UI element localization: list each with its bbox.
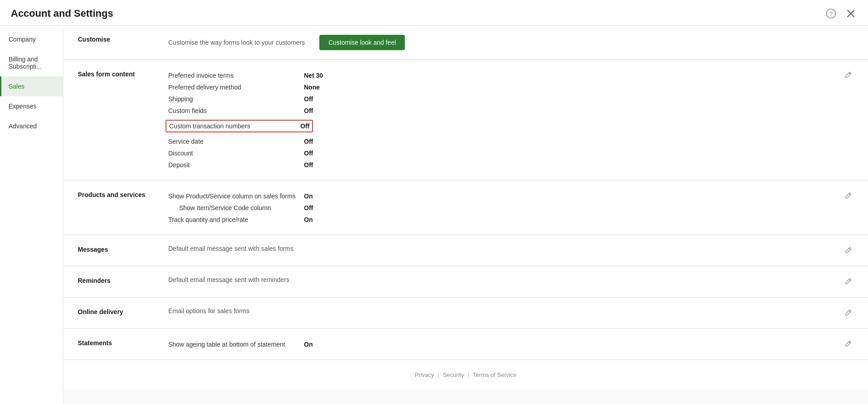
help-icon: ? — [826, 9, 836, 19]
content-area: Customise Customise the way forms look t… — [63, 26, 868, 404]
setting-name-service-date: Service date — [168, 138, 304, 145]
setting-row-deposit: Deposit Off — [168, 159, 835, 171]
section-reminders: Reminders Default email message sent wit… — [63, 267, 868, 297]
terms-link[interactable]: Terms of Service — [473, 371, 517, 378]
setting-row-invoice-terms: Preferred invoice terms Net 30 — [168, 70, 835, 81]
setting-value-invoice-terms: Net 30 — [304, 72, 323, 79]
online-delivery-desc: Email options for sales forms — [168, 306, 250, 315]
sales-form-edit-button[interactable] — [843, 70, 854, 81]
header-icons: ? — [825, 7, 857, 20]
setting-name-statements: Show ageing table at bottom of statement — [168, 341, 304, 348]
app-container: Account and Settings ? Company — [0, 0, 868, 404]
customise-content: Customise the way forms look to your cus… — [168, 35, 854, 50]
security-link[interactable]: Security — [443, 371, 464, 378]
products-services-settings: Show Product/Service column on sales for… — [168, 190, 835, 225]
setting-name-track-quantity: Track quantity and price/rate — [168, 216, 304, 223]
messages-desc: Default email message sent with sales fo… — [168, 244, 294, 252]
setting-row-track-quantity: Track quantity and price/rate On — [168, 214, 835, 225]
section-products-services: Products and services Show Product/Servi… — [63, 181, 868, 235]
sidebar-item-sales[interactable]: Sales — [0, 76, 63, 96]
close-icon — [847, 9, 855, 18]
setting-value-deposit: Off — [304, 161, 313, 169]
setting-row-shipping: Shipping Off — [168, 93, 835, 105]
sales-form-settings: Preferred invoice terms Net 30 Preferred… — [168, 70, 835, 171]
setting-name-invoice-terms: Preferred invoice terms — [168, 72, 304, 79]
setting-value-custom-fields: Off — [304, 107, 313, 114]
customise-label: Customise — [78, 35, 168, 43]
pencil-icon-3 — [844, 247, 852, 254]
online-delivery-edit-button[interactable] — [843, 308, 854, 319]
statements-content: Show ageing table at bottom of statement… — [168, 338, 835, 350]
messages-edit — [843, 245, 854, 257]
setting-value-transaction-numbers: Off — [300, 122, 309, 130]
reminders-desc: Default email message sent with reminder… — [168, 275, 289, 283]
customise-desc: Customise the way forms look to your cus… — [168, 39, 305, 46]
help-button[interactable]: ? — [825, 7, 837, 20]
messages-label: Messages — [78, 245, 168, 253]
setting-row-service-date: Service date Off — [168, 136, 835, 147]
pencil-icon — [844, 71, 852, 79]
reminders-content: Default email message sent with reminder… — [168, 276, 835, 283]
footer: Privacy | Security | Terms of Service — [63, 361, 868, 389]
products-services-edit-button[interactable] — [843, 191, 854, 202]
main-layout: Company Billing and Subscripti... Sales … — [0, 26, 868, 404]
products-services-edit — [843, 190, 854, 202]
setting-row-custom-fields: Custom fields Off — [168, 105, 835, 117]
setting-row-delivery-method: Preferred delivery method None — [168, 81, 835, 93]
online-delivery-edit — [843, 307, 854, 319]
setting-name-deposit: Deposit — [168, 161, 304, 169]
pencil-icon-5 — [844, 309, 852, 316]
sidebar-item-expenses[interactable]: Expenses — [0, 96, 63, 116]
pencil-icon-6 — [844, 340, 852, 348]
pencil-icon-4 — [844, 278, 852, 285]
setting-name-show-item-code: Show Item/Service Code column — [168, 204, 304, 211]
online-delivery-content: Email options for sales forms — [168, 307, 835, 315]
setting-value-statements: On — [304, 341, 313, 348]
sidebar-item-company[interactable]: Company — [0, 29, 63, 49]
setting-row-custom-transaction-numbers: Custom transaction numbers Off — [168, 117, 835, 136]
setting-name-delivery-method: Preferred delivery method — [168, 84, 304, 91]
products-services-label: Products and services — [78, 190, 168, 198]
section-customise: Customise Customise the way forms look t… — [63, 26, 868, 60]
sidebar: Company Billing and Subscripti... Sales … — [0, 26, 63, 404]
reminders-edit-button[interactable] — [843, 277, 854, 288]
setting-name-transaction-numbers: Custom transaction numbers — [169, 122, 300, 130]
statements-edit — [843, 338, 854, 350]
setting-name-discount: Discount — [168, 150, 304, 157]
setting-value-delivery-method: None — [304, 84, 320, 91]
reminders-edit — [843, 276, 854, 288]
setting-value-show-product-col: On — [304, 193, 313, 200]
setting-value-track-quantity: On — [304, 216, 313, 223]
sales-form-edit — [843, 70, 854, 81]
setting-row-show-product-col: Show Product/Service column on sales for… — [168, 190, 835, 202]
setting-value-discount: Off — [304, 150, 313, 157]
setting-name-custom-fields: Custom fields — [168, 107, 304, 114]
privacy-link[interactable]: Privacy — [415, 371, 434, 378]
setting-value-shipping: Off — [304, 95, 313, 103]
customise-look-feel-button[interactable]: Customise look and feel — [319, 35, 405, 50]
statements-label: Statements — [78, 338, 168, 347]
section-statements: Statements Show ageing table at bottom o… — [63, 329, 868, 360]
customise-row: Customise the way forms look to your cus… — [168, 35, 854, 50]
setting-value-show-item-code: Off — [304, 204, 313, 211]
setting-row-discount: Discount Off — [168, 147, 835, 159]
svg-text:?: ? — [829, 10, 832, 17]
messages-content: Default email message sent with sales fo… — [168, 245, 835, 252]
messages-edit-button[interactable] — [843, 246, 854, 257]
pencil-icon-2 — [844, 192, 852, 199]
statements-edit-button[interactable] — [843, 339, 854, 350]
setting-row-show-item-code: Show Item/Service Code column Off — [168, 202, 835, 214]
sales-form-content-label: Sales form content — [78, 70, 168, 78]
online-delivery-label: Online delivery — [78, 307, 168, 315]
section-messages: Messages Default email message sent with… — [63, 236, 868, 266]
close-button[interactable] — [844, 7, 857, 20]
setting-value-service-date: Off — [304, 138, 313, 145]
header: Account and Settings ? — [0, 0, 868, 26]
section-sales-form-content: Sales form content Preferred invoice ter… — [63, 61, 868, 180]
sidebar-item-billing[interactable]: Billing and Subscripti... — [0, 49, 63, 76]
highlighted-custom-transaction: Custom transaction numbers Off — [166, 120, 313, 132]
setting-row-statements: Show ageing table at bottom of statement… — [168, 338, 835, 350]
setting-name-shipping: Shipping — [168, 95, 304, 103]
setting-name-show-product-col: Show Product/Service column on sales for… — [168, 193, 304, 200]
sidebar-item-advanced[interactable]: Advanced — [0, 116, 63, 136]
